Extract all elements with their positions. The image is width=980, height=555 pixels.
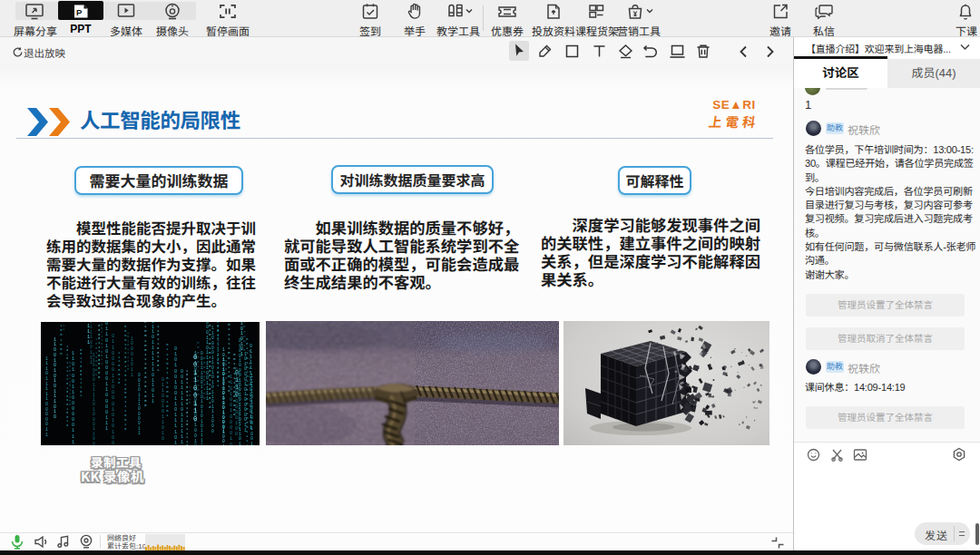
svg-text:0110: 0110	[235, 370, 239, 398]
svg-text:00111110111111000: 00111110111111000	[181, 369, 183, 445]
svg-text:101010101011010001: 101010101011010001	[222, 347, 225, 433]
svg-text:0010111000011: 0010111000011	[138, 373, 141, 435]
svg-text:01001000100101110111011: 01001000100101110111011	[239, 338, 241, 445]
svg-text:101101010000110000111: 101101010000110000111	[105, 322, 108, 432]
svg-text:1010001010000011: 1010001010000011	[244, 352, 247, 433]
svg-text:000111011000: 000111011000	[69, 361, 71, 406]
svg-text:1011110111111011011: 1011110111111011011	[152, 322, 154, 404]
svg-text:10001011: 10001011	[131, 336, 133, 377]
svg-text:110100110000001110000: 110100110000001110000	[72, 351, 74, 445]
svg-text:1100101010111010: 1100101010111010	[54, 337, 56, 420]
svg-text:100111010011: 100111010011	[101, 322, 103, 365]
svg-text:P: P	[76, 6, 83, 16]
svg-text:1110111110000011: 1110111110000011	[45, 356, 48, 437]
svg-text:1100001101010110111000: 1100001101010110111000	[211, 326, 214, 433]
svg-text:000101100100: 000101100100	[197, 340, 200, 396]
svg-text:11010: 11010	[189, 385, 191, 404]
svg-text:011001011010: 011001011010	[162, 377, 164, 442]
svg-text:0100100111010101000: 0100100111010101000	[144, 322, 147, 407]
svg-text:001100110: 001100110	[193, 354, 197, 423]
svg-text:011000011000010101000: 011000011000010101000	[112, 334, 114, 445]
svg-text:011111001110110: 011111001110110	[228, 322, 230, 393]
svg-text:0101001001101111010000: 0101001001101111010000	[174, 346, 177, 445]
svg-text:0111111100000101: 0111111100000101	[250, 344, 252, 431]
svg-text:0111011010001001: 0111011010001001	[166, 342, 169, 417]
svg-text:000001101111001111: 000001101111001111	[206, 322, 209, 401]
